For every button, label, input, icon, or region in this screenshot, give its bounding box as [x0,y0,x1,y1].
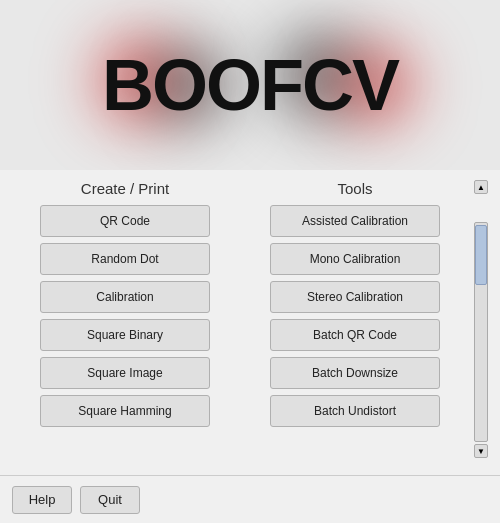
qr-code-button[interactable]: QR Code [40,205,210,237]
scrollbar-area: ▲ ▼ [472,180,490,470]
footer: Help Quit [0,475,500,523]
header-section: BOOFCV [0,0,500,170]
create-print-btn-list: QR Code Random Dot Calibration Square Bi… [10,205,240,427]
scrollbar-down-arrow[interactable]: ▼ [474,444,488,458]
tools-column: Tools Assisted Calibration Mono Calibrat… [240,180,470,470]
batch-qr-code-button[interactable]: Batch QR Code [270,319,440,351]
assisted-calibration-button[interactable]: Assisted Calibration [270,205,440,237]
scrollbar-track[interactable] [474,222,488,442]
square-hamming-button[interactable]: Square Hamming [40,395,210,427]
scrollbar-up-arrow[interactable]: ▲ [474,180,488,194]
columns-wrapper: Create / Print QR Code Random Dot Calibr… [10,180,490,470]
main-content: Create / Print QR Code Random Dot Calibr… [0,170,500,475]
tools-header: Tools [337,180,372,197]
help-button[interactable]: Help [12,486,72,514]
batch-undistort-button[interactable]: Batch Undistort [270,395,440,427]
square-image-button[interactable]: Square Image [40,357,210,389]
create-print-column: Create / Print QR Code Random Dot Calibr… [10,180,240,470]
create-print-header: Create / Print [81,180,169,197]
app-title: BOOFCV [102,44,398,126]
scrollbar-thumb[interactable] [475,225,487,285]
calibration-button[interactable]: Calibration [40,281,210,313]
mono-calibration-button[interactable]: Mono Calibration [270,243,440,275]
quit-button[interactable]: Quit [80,486,140,514]
random-dot-button[interactable]: Random Dot [40,243,210,275]
stereo-calibration-button[interactable]: Stereo Calibration [270,281,440,313]
tools-btn-list: Assisted Calibration Mono Calibration St… [240,205,470,427]
batch-downsize-button[interactable]: Batch Downsize [270,357,440,389]
square-binary-button[interactable]: Square Binary [40,319,210,351]
